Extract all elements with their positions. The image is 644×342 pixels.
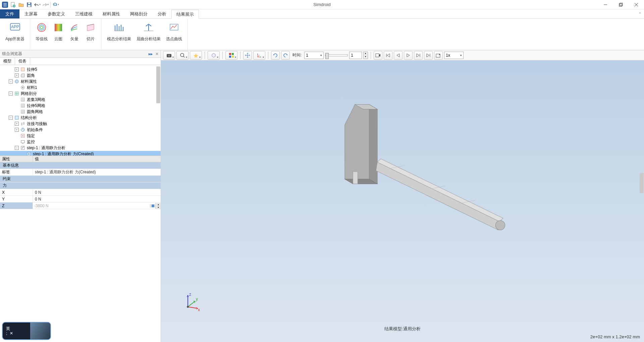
- vector-button[interactable]: 矢量: [67, 21, 82, 43]
- modal-result-button[interactable]: 模态分析结果: [105, 21, 133, 43]
- rotate-cw-icon[interactable]: [281, 51, 290, 60]
- save-icon[interactable]: [25, 1, 33, 8]
- close-button[interactable]: [629, 0, 644, 9]
- contour-icon: [36, 22, 47, 33]
- app-logo-icon[interactable]: [1, 1, 9, 8]
- tree-item[interactable]: −step-1 : 通用静力分析: [0, 145, 161, 151]
- 3d-canvas[interactable]: zxy 结果模型:通用分析 2e+02 mm x 1.2e+02 mm: [161, 60, 644, 342]
- time-label: 时间:: [292, 52, 302, 58]
- monitor-icon: [20, 139, 25, 145]
- tab-results[interactable]: 结果展示: [171, 10, 199, 19]
- prop-row-x[interactable]: X0 N: [0, 189, 161, 196]
- prop-row-tag[interactable]: 标签step-1 : 通用静力分析 力(Created): [0, 169, 161, 176]
- tree-toggle[interactable]: +: [15, 73, 19, 77]
- subtab-task[interactable]: 任务: [15, 58, 30, 65]
- slice-button[interactable]: 切片: [83, 21, 98, 43]
- tree-toggle[interactable]: +: [15, 128, 19, 132]
- tab-mesh[interactable]: 网格剖分: [125, 9, 153, 18]
- camera-icon[interactable]: [163, 51, 175, 60]
- tree-toggle[interactable]: −: [9, 79, 13, 83]
- skip-last-icon[interactable]: [424, 51, 433, 60]
- new-file-icon[interactable]: [9, 1, 17, 8]
- prop-z-input[interactable]: [33, 203, 150, 209]
- maximize-button[interactable]: [613, 0, 629, 9]
- titlebar: ▾ ▾ ▾ Simdroid: [0, 0, 644, 9]
- rotate-ccw-icon[interactable]: [271, 51, 280, 60]
- tree-toggle[interactable]: +: [15, 67, 19, 71]
- viewport-scrollbar[interactable]: [640, 173, 644, 193]
- tree-item[interactable]: 指定: [0, 133, 161, 139]
- highlight-icon[interactable]: [190, 51, 202, 60]
- fillet-icon: [20, 73, 25, 78]
- tab-home[interactable]: 主屏幕: [19, 9, 43, 18]
- prop-row-y[interactable]: Y0 N: [0, 196, 161, 203]
- time-combo[interactable]: 1: [304, 52, 324, 59]
- step-fwd-icon[interactable]: [414, 51, 423, 60]
- panel-pin-icon[interactable]: ▸▸: [149, 52, 153, 56]
- prop-row-z[interactable]: Z ▴▾: [0, 203, 161, 209]
- tree-item[interactable]: 圆角网格: [0, 109, 161, 115]
- time-slider[interactable]: [325, 54, 348, 56]
- open-file-icon[interactable]: [17, 1, 25, 8]
- step-back-icon[interactable]: [394, 51, 402, 60]
- tree-scrollbar[interactable]: [156, 66, 160, 103]
- tab-analysis[interactable]: 分析: [153, 9, 171, 18]
- zoom-icon[interactable]: [176, 51, 189, 60]
- tree-item[interactable]: 差集3网格: [0, 97, 161, 103]
- tree-item[interactable]: +圆角: [0, 72, 161, 78]
- svg-rect-36: [229, 53, 231, 55]
- app-dev-button[interactable]: APP App开发器: [3, 21, 26, 43]
- prop-z-link-icon[interactable]: [150, 204, 155, 208]
- subtab-model[interactable]: 模型: [0, 58, 15, 65]
- tab-params[interactable]: 参数定义: [43, 9, 70, 18]
- tree-item[interactable]: −网格剖分: [0, 91, 161, 97]
- tree-item[interactable]: −材料属性: [0, 78, 161, 84]
- tree-item[interactable]: 拉伸5网格: [0, 103, 161, 109]
- cloud-button[interactable]: 云图: [51, 21, 66, 43]
- svg-text:z: z: [189, 292, 191, 297]
- export-anim-icon[interactable]: [434, 51, 443, 60]
- move-icon[interactable]: [243, 51, 252, 60]
- material-icon: [14, 79, 19, 84]
- tree-toggle[interactable]: −: [9, 116, 13, 120]
- model-tree[interactable]: +拉伸5+圆角−材料属性材料1−网格剖分差集3网格拉伸5网格圆角网格−结构分析+…: [0, 65, 161, 156]
- minimize-button[interactable]: [598, 0, 613, 9]
- tree-item[interactable]: 监控: [0, 139, 161, 145]
- tab-material[interactable]: 材料属性: [98, 9, 125, 18]
- record-icon[interactable]: [374, 51, 382, 60]
- axes-icon[interactable]: [253, 51, 265, 60]
- tree-toggle[interactable]: +: [15, 122, 19, 126]
- prop-z-stepper[interactable]: ▴▾: [155, 203, 161, 209]
- undo-icon[interactable]: ▾: [34, 1, 41, 8]
- panel-close-icon[interactable]: ✕: [155, 52, 159, 56]
- tab-3dmodel[interactable]: 三维建模: [70, 9, 98, 18]
- pick-curve-button[interactable]: 选点曲线: [164, 21, 184, 43]
- contour-button[interactable]: 等值线: [34, 21, 50, 43]
- tree-item[interactable]: step-1 : 通用静力分析 力(Created): [0, 151, 161, 156]
- view-mode-icon[interactable]: [208, 51, 220, 60]
- play-icon[interactable]: [404, 51, 413, 60]
- tree-item[interactable]: +初始条件: [0, 127, 161, 133]
- skip-first-icon[interactable]: [384, 51, 392, 60]
- slice-icon: [85, 22, 96, 33]
- speed-combo[interactable]: 1x: [444, 52, 464, 59]
- tree-toggle[interactable]: −: [15, 146, 19, 150]
- tree-item[interactable]: −结构分析: [0, 115, 161, 121]
- tree-item[interactable]: +连接与接触: [0, 121, 161, 127]
- file-menu[interactable]: 文件: [0, 9, 19, 18]
- svg-rect-23: [15, 116, 18, 119]
- ime-widget[interactable]: 英 ; ✕: [2, 322, 51, 340]
- ime-avatar: [30, 322, 50, 340]
- tree-item[interactable]: +拉伸5: [0, 66, 161, 72]
- palette-icon[interactable]: [225, 51, 237, 60]
- ribbon-collapse-icon[interactable]: ⌃: [636, 9, 644, 18]
- svg-rect-32: [152, 205, 154, 207]
- mesh-item-icon: [20, 103, 25, 108]
- tree-toggle[interactable]: −: [9, 92, 13, 96]
- redo-icon[interactable]: ▾: [42, 1, 49, 8]
- frame-input[interactable]: 1: [349, 52, 362, 59]
- refresh-icon[interactable]: ▾: [52, 1, 59, 8]
- tree-item[interactable]: 材料1: [0, 84, 161, 91]
- frame-stepper[interactable]: ▴▾: [363, 52, 368, 59]
- buckle-result-button[interactable]: 屈曲分析结果: [135, 21, 163, 43]
